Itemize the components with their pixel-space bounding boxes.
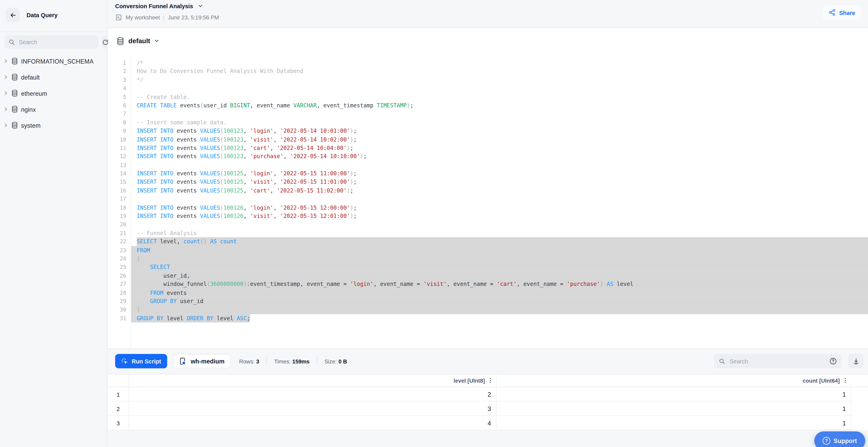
database-selector[interactable]: default: [116, 34, 160, 48]
share-label: Share: [839, 9, 856, 16]
code-line-7[interactable]: 7: [108, 110, 868, 118]
code-line-24[interactable]: 24(: [108, 254, 868, 263]
line-number: 30: [108, 306, 130, 314]
question-circle-icon[interactable]: [829, 357, 837, 365]
arrow-left-icon: [9, 11, 17, 19]
support-button[interactable]: ? Support: [814, 432, 865, 447]
code-line-15[interactable]: 15INSERT INTO events VALUES(100125, 'vis…: [108, 178, 868, 186]
line-number: 18: [108, 203, 130, 212]
chevron-right-icon[interactable]: [3, 123, 8, 128]
table-row[interactable]: 231: [108, 402, 851, 416]
share-button[interactable]: Share: [823, 5, 861, 20]
chevron-right-icon[interactable]: [3, 75, 8, 79]
code-line-8[interactable]: 8-- Insert some sample data.: [108, 118, 868, 127]
code-line-2[interactable]: 2How to Do Conversion Funnel Analysis Wi…: [108, 67, 868, 76]
worksheet-timestamp: June 23, 5:19:56 PM: [168, 14, 219, 21]
code-line-3[interactable]: 3*/: [108, 76, 868, 84]
results-search-input[interactable]: [728, 357, 826, 365]
code-line-25[interactable]: 25 SELECT: [108, 263, 868, 272]
database-icon: [11, 58, 18, 65]
database-icon: [11, 74, 18, 81]
line-number: 24: [108, 254, 130, 263]
warehouse-icon: [179, 357, 187, 365]
page-title: Data Query: [27, 11, 58, 18]
sql-editor[interactable]: 1/*2How to Do Conversion Funnel Analysis…: [108, 54, 868, 348]
column-header-level[interactable]: level [UInt8] ⋮: [128, 374, 496, 387]
worksheet-meta: My worksheet | June 23, 5:19:56 PM: [115, 14, 219, 21]
chevron-right-icon[interactable]: [3, 107, 8, 112]
stat-divider: [267, 357, 267, 366]
run-script-button[interactable]: Run Script: [115, 354, 167, 369]
table-row[interactable]: 121: [108, 387, 851, 402]
sidebar-item-INFORMATION_SCHEMA[interactable]: INFORMATION_SCHEMA: [0, 53, 107, 69]
code-line-13[interactable]: 13: [108, 161, 868, 169]
line-number: 31: [108, 314, 130, 323]
worksheet-header: Conversion Funnel Analysis My worksheet …: [108, 0, 868, 28]
download-button[interactable]: [848, 354, 863, 369]
sidebar: Data Query INFORMATION_SCHEMAdefaultethe…: [0, 0, 107, 447]
download-icon: [852, 358, 859, 365]
code-line-22[interactable]: 22SELECT level, count() AS count: [108, 237, 868, 246]
code-line-12[interactable]: 12INSERT INTO events VALUES(100123, 'pur…: [108, 152, 868, 161]
back-button[interactable]: [6, 8, 20, 22]
sidebar-search-input[interactable]: [18, 38, 95, 46]
cursor-click-icon: [121, 358, 128, 365]
chevron-down-icon[interactable]: [154, 38, 160, 44]
code-line-26[interactable]: 26 user_id,: [108, 272, 868, 280]
code-line-11[interactable]: 11INSERT INTO events VALUES(100123, 'car…: [108, 144, 868, 152]
code-line-14[interactable]: 14INSERT INTO events VALUES(100125, 'log…: [108, 169, 868, 178]
warehouse-selector[interactable]: wh-medium: [173, 354, 231, 369]
code-line-20[interactable]: 20: [108, 220, 868, 229]
code-line-23[interactable]: 23FROM: [108, 246, 868, 254]
rows-stat: Rows:3: [239, 358, 259, 364]
support-label: Support: [834, 437, 857, 444]
line-number: 3: [108, 76, 130, 84]
line-number: 1: [108, 59, 130, 67]
code-line-31[interactable]: 31GROUP BY level ORDER BY level ASC;: [108, 314, 868, 323]
code-line-28[interactable]: 28 FROM events: [108, 288, 868, 297]
code-line-4[interactable]: 4: [108, 84, 868, 93]
chevron-right-icon[interactable]: [3, 59, 8, 64]
kebab-icon[interactable]: ⋮: [843, 378, 848, 383]
table-row[interactable]: 341: [108, 416, 851, 430]
sidebar-item-nginx[interactable]: nginx: [0, 101, 107, 117]
code-line-1[interactable]: 1/*: [108, 59, 868, 67]
kebab-icon[interactable]: ⋮: [488, 378, 493, 383]
table-right-gutter: [851, 387, 868, 431]
worksheet-title-row[interactable]: Conversion Funnel Analysis: [115, 3, 203, 9]
sidebar-item-ethereum[interactable]: ethereum: [0, 85, 107, 101]
magnifier-icon: [718, 358, 725, 365]
row-index: 3: [108, 416, 128, 429]
code-line-29[interactable]: 29 GROUP BY user_id: [108, 297, 868, 306]
code-line-16[interactable]: 16INSERT INTO events VALUES(100125, 'car…: [108, 186, 868, 195]
code-line-27[interactable]: 27 window_funnel(3600000000)(event_times…: [108, 280, 868, 288]
line-number: 29: [108, 297, 130, 306]
line-number: 19: [108, 212, 130, 220]
line-number: 20: [108, 220, 130, 229]
database-icon: [11, 122, 18, 129]
line-number: 14: [108, 169, 130, 178]
sidebar-search-box[interactable]: [4, 35, 98, 48]
database-name: nginx: [21, 106, 36, 112]
sidebar-search-row: [4, 35, 102, 48]
sidebar-item-system[interactable]: system: [0, 117, 107, 133]
code-line-9[interactable]: 9INSERT INTO events VALUES(100123, 'logi…: [108, 127, 868, 135]
sidebar-item-default[interactable]: default: [0, 69, 107, 85]
line-number: 8: [108, 118, 130, 127]
code-line-19[interactable]: 19INSERT INTO events VALUES(100126, 'vis…: [108, 212, 868, 220]
code-line-21[interactable]: 21-- Funnel Analysis: [108, 229, 868, 238]
cell-level: 4: [128, 416, 496, 429]
code-line-18[interactable]: 18INSERT INTO events VALUES(100126, 'log…: [108, 203, 868, 212]
code-line-30[interactable]: 30): [108, 306, 868, 314]
results-header-row: level [UInt8] ⋮ count [UInt64] ⋮: [108, 374, 868, 387]
code-line-17[interactable]: 17: [108, 195, 868, 204]
column-header-count[interactable]: count [UInt64] ⋮: [496, 374, 851, 387]
results-search-box[interactable]: [714, 354, 841, 369]
line-number: 13: [108, 161, 130, 169]
code-line-5[interactable]: 5-- Create table.: [108, 93, 868, 101]
chevron-right-icon[interactable]: [3, 91, 8, 96]
code-line-10[interactable]: 10INSERT INTO events VALUES(100123, 'vis…: [108, 135, 868, 144]
chevron-down-icon[interactable]: [197, 3, 203, 9]
worksheet-title: Conversion Funnel Analysis: [115, 3, 193, 9]
code-line-6[interactable]: 6CREATE TABLE events(user_id BIGINT, eve…: [108, 101, 868, 110]
